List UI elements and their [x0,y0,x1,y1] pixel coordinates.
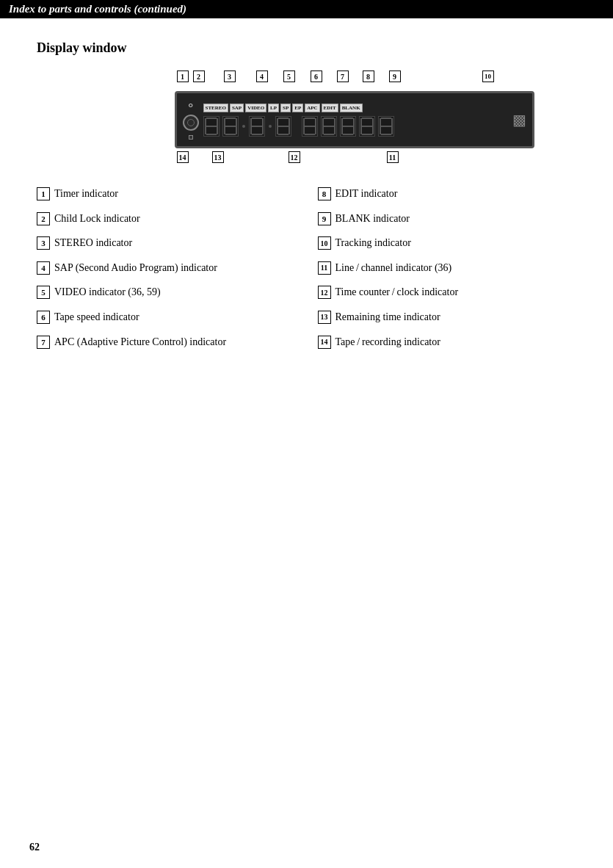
ind-text-8: EDIT indicator [335,187,398,201]
vcr-display-panel: ⚬ STEREO SAP VIDEO LP SP EP [175,91,534,148]
seg-digit-5 [302,116,318,137]
ind-item-11: 11 Line / channel indicator (36) [318,261,584,275]
ind-item-13: 13 Remaining time indicator [318,310,584,325]
vcr-left-controls: ⚬ [183,100,199,140]
label-3: 3 [224,70,236,82]
ind-text-11: Line / channel indicator (36) [335,261,452,275]
section-title: Display window [37,40,584,56]
ind-item-12: 12 Time counter / clock indicator [318,285,584,300]
label-9: 9 [389,70,401,82]
ind-item-6: 6 Tape speed indicator [37,310,303,325]
sp-badge: SP [280,104,291,112]
label-5: 5 [283,70,295,82]
ind-num-3: 3 [37,236,50,250]
seg-digit-1 [203,116,220,137]
page-header: Index to parts and controls (continued) [0,0,613,18]
ind-text-1: Timer indicator [54,187,118,201]
header-title: Index to parts and controls (continued) [9,3,186,15]
ind-text-4: SAP (Second Audio Program) indicator [54,261,217,275]
ind-text-12: Time counter / clock indicator [335,285,459,300]
ep-badge: EP [292,104,303,112]
ind-num-8: 8 [318,187,331,200]
display-content: STEREO SAP VIDEO LP SP EP APC EDIT BLANK [203,104,508,137]
ind-text-7: APC (Adaptive Picture Control) indicator [54,335,226,350]
power-icon: ⚬ [186,100,195,112]
top-labels: 1 2 3 4 5 6 7 8 9 10 [177,70,560,91]
seg-digit-7 [340,116,356,137]
label-2: 2 [193,70,205,82]
ind-item-14: 14 Tape / recording indicator [318,335,584,350]
ind-item-2: 2 Child Lock indicator [37,211,303,226]
ind-num-11: 11 [318,261,331,275]
apc-badge: APC [305,104,319,112]
ind-num-9: 9 [318,212,331,225]
label-7: 7 [337,70,349,82]
ind-item-3: 3 STEREO indicator [37,236,303,250]
seg-digit-9 [378,116,394,137]
display-window-diagram: 1 2 3 4 5 6 7 8 9 10 ⚬ [61,70,560,172]
ind-text-13: Remaining time indicator [335,310,440,325]
ind-num-12: 12 [318,286,331,299]
ind-text-5: VIDEO indicator (36, 59) [54,285,161,300]
label-4: 4 [256,70,268,82]
ind-num-1: 1 [37,187,50,200]
cassette-icon: ▩ [512,111,526,129]
ind-num-2: 2 [37,212,50,225]
sap-badge: SAP [230,104,244,112]
label-8: 8 [363,70,374,82]
ind-item-4: 4 SAP (Second Audio Program) indicator [37,261,303,275]
ind-item-9: 9 BLANK indicator [318,211,584,226]
colon-dot [242,125,245,128]
indicator-badges-row: STEREO SAP VIDEO LP SP EP APC EDIT BLANK [203,104,508,112]
ind-text-3: STEREO indicator [54,236,132,250]
label-14: 14 [177,151,189,163]
edit-badge: EDIT [322,104,338,112]
seg-digit-3 [249,116,265,137]
lp-badge: LP [268,104,279,112]
label-1: 1 [177,70,189,82]
small-dot [189,135,193,140]
ind-item-8: 8 EDIT indicator [318,187,584,201]
ind-text-9: BLANK indicator [335,211,410,226]
indicators-section: 1 Timer indicator 2 Child Lock indicator… [37,187,584,359]
seg-digit-2 [222,116,239,137]
ind-item-5: 5 VIDEO indicator (36, 59) [37,285,303,300]
segment-display [203,116,508,137]
ind-item-10: 10 Tracking indicator [318,236,584,250]
ind-num-7: 7 [37,336,50,349]
left-indicators: 1 Timer indicator 2 Child Lock indicator… [37,187,318,359]
seg-digit-6 [321,116,337,137]
label-13: 13 [212,151,224,163]
seg-digit-4 [275,116,291,137]
ind-item-1: 1 Timer indicator [37,187,303,201]
ind-num-6: 6 [37,311,50,324]
ind-text-10: Tracking indicator [335,236,411,250]
page-number: 62 [29,842,40,853]
ind-text-6: Tape speed indicator [54,310,139,325]
ind-num-14: 14 [318,336,331,349]
label-10: 10 [482,70,494,82]
label-6: 6 [311,70,322,82]
ind-num-13: 13 [318,311,331,324]
seg-digit-8 [359,116,375,137]
ind-text-2: Child Lock indicator [54,211,140,226]
right-indicators: 8 EDIT indicator 9 BLANK indicator 10 Tr… [318,187,584,359]
ind-num-5: 5 [37,286,50,299]
stereo-badge: STEREO [203,104,228,112]
ind-text-14: Tape / recording indicator [335,335,440,350]
blank-badge: BLANK [340,104,363,112]
input-port [183,115,199,131]
label-11: 11 [387,151,399,163]
bottom-labels: 14 13 12 11 [177,151,560,172]
ind-num-4: 4 [37,261,50,275]
ind-item-7: 7 APC (Adaptive Picture Control) indicat… [37,335,303,350]
video-badge: VIDEO [245,104,266,112]
ind-num-10: 10 [318,236,331,250]
colon-dot-2 [269,125,272,128]
label-12: 12 [289,151,300,163]
